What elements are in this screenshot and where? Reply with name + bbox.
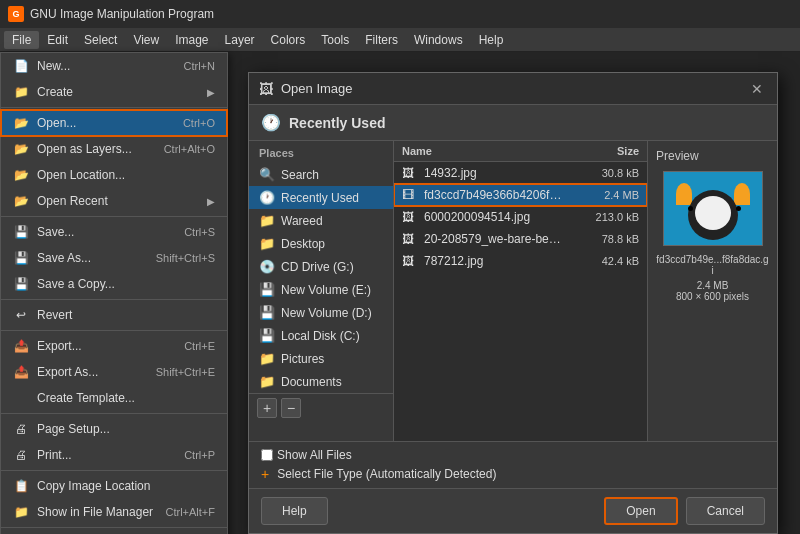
separator-2 xyxy=(1,216,227,217)
page-setup-icon: 🖨 xyxy=(13,421,29,437)
dialog-title-bar: 🖼 Open Image ✕ xyxy=(249,73,777,105)
menu-tools[interactable]: Tools xyxy=(313,31,357,49)
places-item-desktop[interactable]: 📁 Desktop xyxy=(249,232,393,255)
menu-item-close-view[interactable]: Close View Ctrl+W xyxy=(1,530,227,534)
menu-windows[interactable]: Windows xyxy=(406,31,471,49)
menu-item-revert[interactable]: ↩ Revert xyxy=(1,302,227,328)
separator-7 xyxy=(1,527,227,528)
places-item-recently-used[interactable]: 🕐 Recently Used xyxy=(249,186,393,209)
open-layers-icon: 📂 xyxy=(13,141,29,157)
volume-d-icon: 💾 xyxy=(259,305,275,320)
file-item-2[interactable]: 🖼 6000200094514.jpg 213.0 kB xyxy=(394,206,647,228)
show-all-files-checkbox[interactable] xyxy=(261,449,273,461)
menu-item-create[interactable]: 📁 Create ▶ xyxy=(1,79,227,105)
file-size-0: 30.8 kB xyxy=(569,167,639,179)
show-all-files-label[interactable]: Show All Files xyxy=(261,448,352,462)
cd-drive-icon: 💿 xyxy=(259,259,275,274)
file-size-3: 78.8 kB xyxy=(569,233,639,245)
menu-file[interactable]: File xyxy=(4,31,39,49)
places-item-new-volume-e[interactable]: 💾 New Volume (E:) xyxy=(249,278,393,301)
dialog-action-buttons: Open Cancel xyxy=(604,497,765,525)
file-type-expand-icon[interactable]: + xyxy=(261,466,269,482)
remove-place-button[interactable]: − xyxy=(281,398,301,418)
places-item-cd-drive[interactable]: 💿 CD Drive (G:) xyxy=(249,255,393,278)
menu-item-page-setup[interactable]: 🖨 Page Setup... xyxy=(1,416,227,442)
dialog-content: Places 🔍 Search 🕐 Recently Used 📁 Wareed xyxy=(249,141,777,441)
dog-ear-left xyxy=(676,183,692,205)
title-bar-text: GNU Image Manipulation Program xyxy=(30,7,214,21)
menu-item-show-file-manager[interactable]: 📁 Show in File Manager Ctrl+Alt+F xyxy=(1,499,227,525)
menu-colors[interactable]: Colors xyxy=(263,31,314,49)
copy-location-icon: 📋 xyxy=(13,478,29,494)
title-bar: G GNU Image Manipulation Program xyxy=(0,0,800,28)
menu-item-new[interactable]: 📄 New... Ctrl+N xyxy=(1,53,227,79)
col-header-name: Name xyxy=(402,145,569,157)
menu-item-export-as[interactable]: 📤 Export As... Shift+Ctrl+E xyxy=(1,359,227,385)
menu-item-export[interactable]: 📤 Export... Ctrl+E xyxy=(1,333,227,359)
open-button[interactable]: Open xyxy=(604,497,677,525)
menu-item-open-recent[interactable]: 📂 Open Recent ▶ xyxy=(1,188,227,214)
places-item-new-volume-d[interactable]: 💾 New Volume (D:) xyxy=(249,301,393,324)
preview-image xyxy=(663,171,763,246)
file-size-4: 42.4 kB xyxy=(569,255,639,267)
export-icon: 📤 xyxy=(13,338,29,354)
file-item-0[interactable]: 🖼 14932.jpg 30.8 kB xyxy=(394,162,647,184)
file-menu-dropdown: 📄 New... Ctrl+N 📁 Create ▶ 📂 Open... Ctr… xyxy=(0,52,228,534)
file-icon-3: 🖼 xyxy=(402,232,418,246)
menu-item-create-template[interactable]: Create Template... xyxy=(1,385,227,411)
separator-3 xyxy=(1,299,227,300)
preview-filesize: 2.4 MB xyxy=(697,280,729,291)
save-icon: 💾 xyxy=(13,224,29,240)
new-icon: 📄 xyxy=(13,58,29,74)
places-item-pictures[interactable]: 📁 Pictures xyxy=(249,347,393,370)
dialog-header: 🕐 Recently Used xyxy=(249,105,777,141)
dialog-buttons: Help Open Cancel xyxy=(249,488,777,533)
separator-1 xyxy=(1,107,227,108)
dialog-overlay: 🖼 Open Image ✕ 🕐 Recently Used Places 🔍 … xyxy=(228,52,800,534)
menu-item-save-as[interactable]: 💾 Save As... Shift+Ctrl+S xyxy=(1,245,227,271)
menu-item-copy-location[interactable]: 📋 Copy Image Location xyxy=(1,473,227,499)
menu-view[interactable]: View xyxy=(125,31,167,49)
pictures-icon: 📁 xyxy=(259,351,275,366)
places-item-search[interactable]: 🔍 Search xyxy=(249,163,393,186)
files-panel: Name Size 🖼 14932.jpg 30.8 kB 🎞 fd3ccd7b… xyxy=(394,141,647,441)
menu-item-open-layers[interactable]: 📂 Open as Layers... Ctrl+Alt+O xyxy=(1,136,227,162)
menu-image[interactable]: Image xyxy=(167,31,216,49)
menu-edit[interactable]: Edit xyxy=(39,31,76,49)
file-item-1[interactable]: 🎞 fd3ccd7b49e366b4206f5ac7f8fa8dac.gif 2… xyxy=(394,184,647,206)
preview-filename: fd3ccd7b49e...f8fa8dac.gi xyxy=(656,254,769,276)
preview-dog-bg xyxy=(664,172,762,245)
menu-layer[interactable]: Layer xyxy=(217,31,263,49)
dialog-title-text: Open Image xyxy=(281,81,739,96)
file-icon-0: 🖼 xyxy=(402,166,418,180)
menu-filters[interactable]: Filters xyxy=(357,31,406,49)
help-button[interactable]: Help xyxy=(261,497,328,525)
dialog-bottom-options: Show All Files + Select File Type (Autom… xyxy=(249,441,777,488)
print-icon: 🖨 xyxy=(13,447,29,463)
menu-item-print[interactable]: 🖨 Print... Ctrl+P xyxy=(1,442,227,468)
documents-icon: 📁 xyxy=(259,374,275,389)
places-item-local-disk[interactable]: 💾 Local Disk (C:) xyxy=(249,324,393,347)
file-item-4[interactable]: 🖼 787212.jpg 42.4 kB xyxy=(394,250,647,272)
places-item-wareed[interactable]: 📁 Wareed xyxy=(249,209,393,232)
file-item-3[interactable]: 🖼 20-208579_we-bare-bears-wallpaper-fre.… xyxy=(394,228,647,250)
file-name-4: 787212.jpg xyxy=(424,254,563,268)
menu-item-save-copy[interactable]: 💾 Save a Copy... xyxy=(1,271,227,297)
add-place-button[interactable]: + xyxy=(257,398,277,418)
dialog-close-button[interactable]: ✕ xyxy=(747,79,767,99)
recently-used-icon: 🕐 xyxy=(259,190,275,205)
cancel-button[interactable]: Cancel xyxy=(686,497,765,525)
menu-item-save[interactable]: 💾 Save... Ctrl+S xyxy=(1,219,227,245)
file-name-0: 14932.jpg xyxy=(424,166,563,180)
preview-label: Preview xyxy=(656,149,699,163)
menu-item-open-location[interactable]: 📂 Open Location... xyxy=(1,162,227,188)
file-name-1: fd3ccd7b49e366b4206f5ac7f8fa8dac.gif xyxy=(424,188,563,202)
menu-item-open[interactable]: 📂 Open... Ctrl+O xyxy=(1,110,227,136)
file-type-row: + Select File Type (Automatically Detect… xyxy=(261,466,765,482)
open-icon: 📂 xyxy=(13,115,29,131)
menu-help[interactable]: Help xyxy=(471,31,512,49)
menu-select[interactable]: Select xyxy=(76,31,125,49)
places-item-documents[interactable]: 📁 Documents xyxy=(249,370,393,393)
main-area: 📄 New... Ctrl+N 📁 Create ▶ 📂 Open... Ctr… xyxy=(0,52,800,534)
create-template-icon xyxy=(13,390,29,406)
